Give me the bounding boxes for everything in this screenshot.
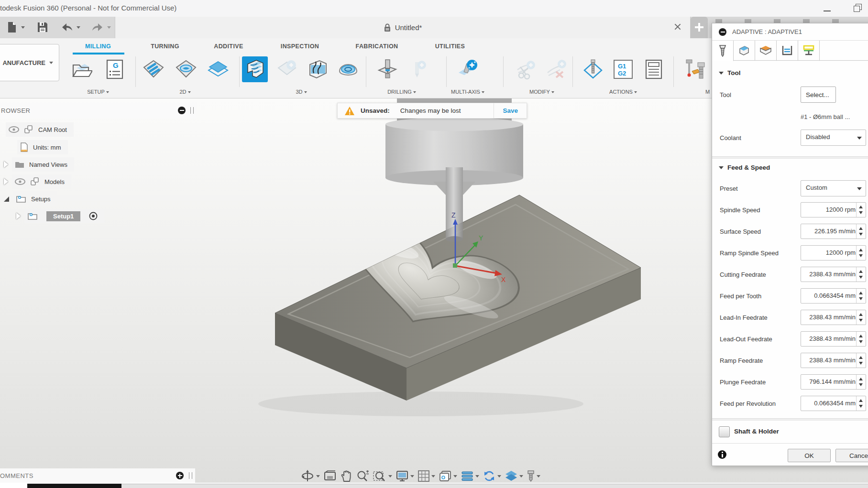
pan-button[interactable] (340, 470, 352, 482)
zoom-button[interactable] (356, 470, 369, 482)
restore-button[interactable] (854, 6, 860, 12)
tab-milling[interactable]: MILLING (69, 43, 127, 50)
close-tab-icon[interactable] (674, 23, 681, 31)
feed-per-revolution-input[interactable]: 0.0663454 mm (801, 396, 866, 411)
morphed-spiral-button[interactable] (335, 56, 361, 82)
face-button[interactable] (205, 56, 231, 82)
refresh-button[interactable] (483, 470, 501, 482)
surface-speed-input[interactable]: 226.195 m/min (801, 224, 866, 239)
redo-icon[interactable] (91, 21, 104, 33)
setup-sheet-button[interactable] (641, 56, 667, 82)
tool-select-button[interactable]: Select... (801, 87, 836, 103)
tree-row-models[interactable]: Models (4, 174, 71, 189)
3d-extension-button-disabled[interactable] (274, 56, 300, 82)
ramp-spindle-speed-input[interactable]: 12000 rpm (801, 245, 866, 260)
tree-row-setups[interactable]: Setups (4, 192, 57, 206)
spinner[interactable] (856, 203, 866, 217)
shaft-holder-checkbox[interactable] (719, 426, 730, 437)
group-label-drilling[interactable]: DRILLING (368, 89, 435, 95)
new-tab-button[interactable] (691, 17, 708, 38)
coolant-select[interactable]: Disabled (801, 130, 866, 146)
visibility-eye-icon[interactable] (15, 178, 25, 185)
redo-menu-chevron[interactable] (107, 26, 111, 29)
tab-fabrication[interactable]: FABRICATION (348, 43, 406, 50)
2d-adaptive-button[interactable] (141, 56, 166, 82)
g1g2-button[interactable]: G1 G2 (610, 56, 636, 82)
dialog-tab-tool[interactable] (712, 41, 734, 61)
tool-visibility-button[interactable] (527, 470, 540, 482)
spinner[interactable] (856, 375, 866, 389)
multi-axis-button[interactable] (455, 56, 481, 82)
dialog-tab-passes[interactable] (777, 41, 798, 61)
save-icon[interactable] (36, 21, 49, 33)
expand-arrow-icon[interactable] (4, 161, 8, 168)
tree-row-units[interactable]: Units: mm (17, 140, 68, 154)
spinner[interactable] (856, 353, 866, 368)
cancel-button[interactable]: Cancel (835, 449, 868, 462)
spinner[interactable] (856, 396, 866, 411)
cutting-feedrate-input[interactable]: 2388.43 mm/min (801, 267, 866, 282)
save-button[interactable]: Save (494, 107, 527, 114)
ok-button[interactable]: OK (788, 449, 831, 462)
spinner[interactable] (856, 332, 866, 346)
spinner[interactable] (856, 267, 866, 282)
dialog-tab-heights[interactable] (755, 41, 777, 61)
lead-out-feedrate-input[interactable]: 2388.43 mm/min (801, 331, 866, 347)
document-tab[interactable]: Untitled* (115, 17, 691, 38)
tab-additive[interactable]: ADDITIVE (200, 43, 257, 50)
tree-row-named-views[interactable]: Named Views (4, 157, 74, 172)
3d-adaptive-button-active[interactable] (242, 56, 268, 82)
drill-button[interactable] (374, 56, 400, 82)
group-label-setup[interactable]: SETUP (65, 89, 132, 95)
display-settings-button[interactable] (396, 470, 414, 482)
grid-snap-button[interactable] (418, 470, 435, 482)
drill-extension-button-disabled[interactable] (405, 56, 430, 82)
steps-button[interactable] (461, 470, 479, 482)
spindle-speed-input[interactable]: 12000 rpm (801, 202, 866, 217)
undo-menu-chevron[interactable] (77, 26, 80, 29)
orbit-button[interactable] (300, 469, 320, 483)
file-menu-chevron[interactable] (21, 26, 25, 29)
viewports-button[interactable] (439, 470, 457, 482)
add-comment-icon[interactable] (176, 472, 184, 479)
group-label-actions[interactable]: ACTIONS (590, 89, 657, 95)
dialog-header[interactable]: ADAPTIVE : ADAPTIVE1 (712, 23, 868, 41)
setup-button[interactable] (68, 56, 94, 82)
group-label-modify[interactable]: MODIFY (508, 89, 575, 95)
comments-drag-handle[interactable] (189, 472, 192, 479)
spinner[interactable] (856, 289, 866, 303)
dialog-tab-geometry[interactable] (734, 41, 755, 61)
undo-icon[interactable] (60, 21, 74, 33)
ramp-feedrate-input[interactable]: 2388.43 mm/min (801, 353, 866, 368)
look-at-button[interactable] (323, 470, 337, 482)
spinner[interactable] (856, 224, 866, 239)
delete-extension-button-disabled[interactable] (544, 56, 570, 82)
info-icon[interactable] (718, 450, 726, 459)
collapse-dialog-icon[interactable] (719, 28, 726, 36)
collapse-arrow-icon[interactable] (4, 196, 9, 202)
active-setup-radio-icon[interactable] (89, 212, 98, 220)
tab-inspection[interactable]: INSPECTION (271, 43, 329, 50)
tool-section-header[interactable]: Tool (719, 69, 741, 76)
browser-drag-handle[interactable] (190, 107, 194, 114)
workspace-selector[interactable]: ANUFACTURE (0, 44, 59, 81)
spinner[interactable] (856, 246, 866, 260)
feed-per-tooth-input[interactable]: 0.0663454 mm (801, 288, 866, 304)
zoom-window-button[interactable] (373, 470, 392, 482)
preset-select[interactable]: Custom (801, 180, 866, 196)
group-label-3d[interactable]: 3D (268, 89, 335, 95)
group-label-2d[interactable]: 2D (152, 89, 219, 95)
tree-row-setup1[interactable]: Setup1 (16, 209, 104, 223)
post-process-button[interactable] (580, 56, 606, 82)
plunge-feedrate-input[interactable]: 796.144 mm/min (801, 374, 866, 390)
isolate-button[interactable] (505, 470, 523, 482)
tab-turning[interactable]: TURNING (136, 43, 194, 50)
tree-row-cam-root[interactable]: CAM Root (6, 122, 74, 137)
tab-utilities[interactable]: UTILITIES (421, 43, 479, 50)
dialog-tab-linking[interactable] (798, 41, 820, 61)
gcode-document-button[interactable]: G (102, 56, 128, 82)
lead-in-feedrate-input[interactable]: 2388.43 mm/min (801, 310, 866, 325)
visibility-eye-icon[interactable] (9, 126, 19, 133)
minimize-button[interactable] (824, 11, 831, 11)
2d-pocket-button[interactable] (173, 56, 199, 82)
